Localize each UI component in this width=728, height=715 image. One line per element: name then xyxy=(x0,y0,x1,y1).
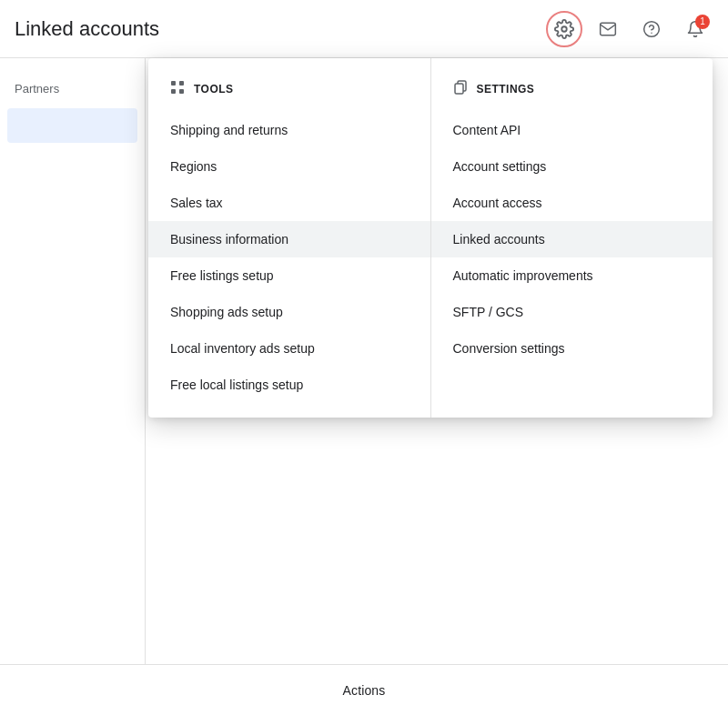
header-icons: 1 xyxy=(546,11,713,47)
menu-item-conversion-settings[interactable]: Conversion settings xyxy=(431,330,713,367)
menu-item-account-access[interactable]: Account access xyxy=(431,185,713,221)
notification-count: 1 xyxy=(695,15,710,29)
menu-item-local-inventory[interactable]: Local inventory ads setup xyxy=(148,330,430,367)
notifications-button[interactable]: 1 xyxy=(677,11,713,47)
svg-rect-6 xyxy=(179,89,184,94)
svg-rect-5 xyxy=(171,89,176,94)
actions-label: Actions xyxy=(343,683,386,698)
menu-item-shipping[interactable]: Shipping and returns xyxy=(148,112,430,148)
tools-column-header-label: TOOLS xyxy=(194,83,234,96)
menu-item-free-listings[interactable]: Free listings setup xyxy=(148,257,430,294)
svg-rect-8 xyxy=(455,84,463,94)
menu-item-sftp-gcs[interactable]: SFTP / GCS xyxy=(431,294,713,330)
sidebar-highlight xyxy=(7,108,137,143)
menu-item-regions[interactable]: Regions xyxy=(148,148,430,185)
svg-rect-3 xyxy=(171,81,176,86)
menu-item-account-settings[interactable]: Account settings xyxy=(431,148,713,185)
settings-column-header-label: SETTINGS xyxy=(477,83,535,96)
menu-item-business-info[interactable]: Business information xyxy=(148,221,430,257)
page-title: Linked accounts xyxy=(15,17,546,41)
svg-point-0 xyxy=(561,26,567,32)
menu-item-sales-tax[interactable]: Sales tax xyxy=(148,185,430,221)
menu-item-shopping-ads[interactable]: Shopping ads setup xyxy=(148,294,430,330)
actions-bar: Actions xyxy=(0,664,728,715)
copy-icon xyxy=(453,80,468,97)
menu-item-content-api[interactable]: Content API xyxy=(431,112,713,148)
menu-item-linked-accounts[interactable]: Linked accounts xyxy=(431,221,713,257)
svg-point-1 xyxy=(644,21,660,36)
settings-column: SETTINGS Content API Account settings Ac… xyxy=(431,58,713,418)
mail-button[interactable] xyxy=(590,11,626,47)
menu-item-free-local[interactable]: Free local listings setup xyxy=(148,367,430,403)
tools-header: TOOLS xyxy=(148,73,430,112)
grid-icon xyxy=(170,80,185,97)
mail-icon xyxy=(599,20,617,38)
tools-column: TOOLS Shipping and returns Regions Sales… xyxy=(148,58,431,418)
menu-item-auto-improvements[interactable]: Automatic improvements xyxy=(431,257,713,294)
settings-header: SETTINGS xyxy=(431,73,713,112)
svg-rect-4 xyxy=(179,81,184,86)
help-icon xyxy=(642,20,661,38)
gear-icon xyxy=(554,19,574,39)
dropdown-menu: TOOLS Shipping and returns Regions Sales… xyxy=(148,58,713,418)
help-button[interactable] xyxy=(633,11,670,47)
header: Linked accounts 1 xyxy=(0,0,728,58)
gear-button[interactable] xyxy=(546,11,582,47)
sidebar-partners-label: Partners xyxy=(0,73,145,105)
